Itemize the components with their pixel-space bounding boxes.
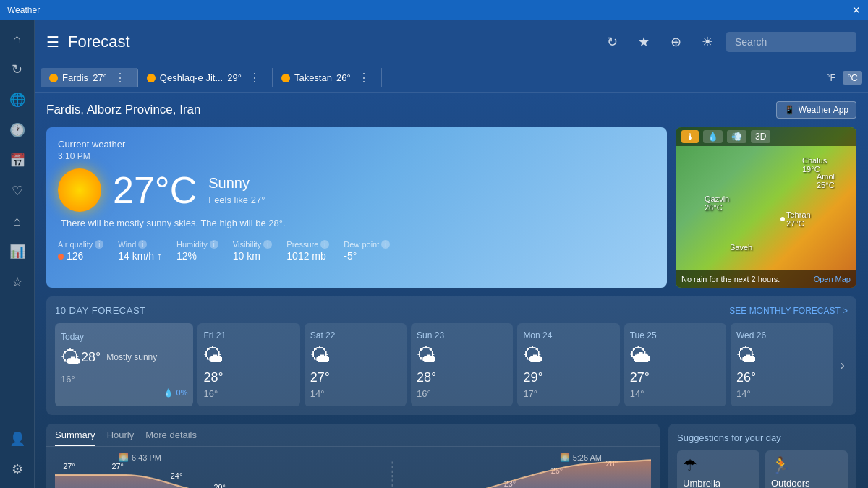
current-weather-main: 27°C Sunny Feels like 27° [58,168,655,212]
page-title: Forecast [68,33,590,51]
favorite-button[interactable]: ★ [631,29,657,55]
refresh-button[interactable]: ↻ [599,29,625,55]
close-button[interactable]: ✕ [852,4,861,16]
tab-menu-fardis[interactable]: ⋮ [111,71,129,85]
tab-menu-qeshlaq[interactable]: ⋮ [246,71,263,85]
svg-text:27°: 27° [112,462,124,471]
map-footer: No rain for the next 2 hours. Open Map [676,270,856,288]
location-tab-fardis[interactable]: Fardis 27° ⋮ [41,68,138,87]
title-bar: Weather ✕ [0,0,868,20]
sunrise-label: 🌅5:26 AM [560,453,602,462]
sun-icon [58,168,101,212]
today-icon: 🌤 [61,346,81,369]
tue25-high: 27° [630,370,720,385]
sat22-low: 14° [310,388,401,399]
umbrella-title: Umbrella [683,478,754,488]
tab-menu-takestan[interactable]: ⋮ [355,71,373,85]
sidebar-item-refresh[interactable]: ↻ [4,56,30,82]
today-high: 28° [81,350,101,365]
sidebar-item-globe[interactable]: 🌐 [4,87,30,113]
forecast-day-wed26[interactable]: Wed 26 🌤 26° 14° [731,323,833,406]
chart-tabs: Summary Hourly More details [46,424,660,447]
stat-pressure: Pressure i 1012 mb [286,240,329,262]
tab-qeshlaq-temp: 29° [227,72,242,83]
map-tool-wind[interactable]: 💨 [727,130,746,143]
info-icon-aq: i [95,240,103,249]
info-icon-humidity: i [210,240,218,249]
location-tab-qeshlaq[interactable]: Qeshlaq-e Jit... 29° ⋮ [138,68,273,87]
today-label: Today [61,332,187,342]
location-header: Fardis, Alborz Province, Iran 📱 Weather … [46,101,856,119]
today-condition: Mostly sunny [106,352,157,362]
info-icon-pressure: i [320,240,329,249]
forecast-day-tue25[interactable]: Tue 25 🌥 27° 14° [624,323,726,406]
condition-block: Sunny Feels like 27° [208,175,265,205]
dew-point-value: -5° [344,250,390,262]
display-button[interactable]: ☀ [694,29,720,55]
forecast-day-today[interactable]: Today 🌤 28° Mostly sunny 16° 💧 0% [55,323,193,406]
sidebar-item-charts[interactable]: 📊 [4,239,30,265]
pin-button[interactable]: ⊕ [663,29,689,55]
forecast-day-sat22[interactable]: Sat 22 🌤 27° 14° [305,323,407,406]
header-actions: ↻ ★ ⊕ ☀ [599,29,856,55]
sidebar-item-calendar[interactable]: 📅 [4,147,30,174]
mon24-label: Mon 24 [523,330,613,341]
pressure-value: 1012 mb [286,250,329,262]
sidebar-item-account[interactable]: 👤 [4,426,30,452]
weather-description: There will be mostly sunny skies. The hi… [58,218,655,228]
umbrella-icon: ☂ [683,456,754,475]
phone-icon: 📱 [784,105,795,115]
info-icon-wind: i [138,240,147,249]
celsius-button[interactable]: °C [843,71,862,85]
tue25-low: 14° [630,388,720,399]
map-tool-precip[interactable]: 💧 [703,130,723,143]
forecast-day-mon24[interactable]: Mon 24 🌤 29° 17° [517,323,619,406]
sidebar-item-history[interactable]: 🕐 [4,117,30,143]
unit-toggle: °F °C [822,71,862,85]
svg-text:24°: 24° [171,472,182,481]
sidebar-item-settings[interactable]: ⚙ [4,456,30,482]
tab-more-details[interactable]: More details [145,429,197,446]
air-dot-icon [58,254,64,260]
forecast-next-arrow[interactable]: › [837,323,848,406]
tab-summary[interactable]: Summary [55,429,95,446]
sidebar-item-star[interactable]: ☆ [4,269,30,295]
sidebar-item-favorites[interactable]: ♡ [4,178,30,204]
air-quality-label: Air quality [58,240,93,249]
fri21-low: 16° [203,388,294,399]
sidebar-item-building[interactable]: ⌂ [4,208,30,234]
sidebar: ⌂ ↻ 🌐 🕐 📅 ♡ ⌂ 📊 ☆ 👤 ⚙ [0,20,35,488]
wind-value: 14 km/h ↑ [118,250,162,262]
sidebar-item-home[interactable]: ⌂ [4,26,30,52]
map-city-saveh: Saveh [730,243,752,252]
tab-takestan-name: Takestan [294,72,332,83]
tab-fardis-temp: 27° [93,72,107,83]
search-input[interactable] [726,32,856,52]
tab-fardis-name: Fardis [62,72,88,83]
main-area: Fardis, Alborz Province, Iran 📱 Weather … [35,93,868,488]
fri21-icon: 🌤 [203,343,294,367]
map-city-amol: Amol25°C [817,172,835,189]
open-map-button[interactable]: Open Map [814,275,851,283]
map-3d-button[interactable]: 3D [751,130,770,143]
suggestion-outdoors: 🏃 Outdoors Fair [765,450,848,488]
map-tool-temp[interactable]: 🌡 [681,130,699,143]
condition-text: Sunny [208,175,265,192]
map-panel: 🌡 💧 💨 3D Chalus19°C Amol25°C Qazvin26°C … [676,127,856,288]
weather-app-button[interactable]: 📱 Weather App [776,101,856,119]
svg-text:20°: 20° [213,483,225,488]
outdoors-icon: 🏃 [771,456,842,475]
see-monthly-button[interactable]: SEE MONTHLY FORECAST > [729,306,848,316]
wed26-label: Wed 26 [736,330,827,341]
menu-button[interactable]: ☰ [46,33,59,51]
location-tabs: Fardis 27° ⋮ Qeshlaq-e Jit... 29° ⋮ Take… [35,64,868,93]
tab-hourly[interactable]: Hourly [107,429,135,446]
fahrenheit-button[interactable]: °F [822,71,840,85]
forecast-day-sun23[interactable]: Sun 23 🌤 28° 16° [411,323,513,406]
tue25-icon: 🌥 [630,343,720,367]
current-weather-time: 3:10 PM [58,151,655,161]
location-tab-takestan[interactable]: Takestan 26° ⋮ [273,68,382,87]
bottom-panels: Summary Hourly More details 🌅6:43 PM 🌅5:… [46,424,856,488]
forecast-day-fri21[interactable]: Fri 21 🌤 28° 16° [197,323,299,406]
app-title: Weather [7,5,40,15]
